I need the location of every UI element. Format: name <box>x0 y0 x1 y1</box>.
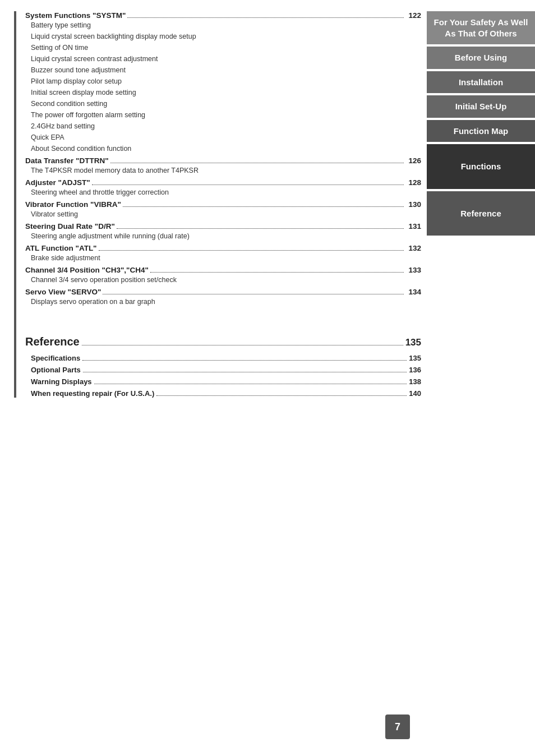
toc-section-1: System Functions "SYSTM" 122 Battery typ… <box>25 11 421 154</box>
ref-sub-dots-warning-displays <box>94 384 407 384</box>
toc-title-steering-dual-rate: Steering Dual Rate "D/R" <box>25 222 115 231</box>
toc-title-adjuster: Adjuster "ADJST" <box>25 178 90 187</box>
toc-entry-adjuster: Adjuster "ADJST" 128 <box>25 178 421 187</box>
ref-sub-title-requesting-repair: When requesting repair (For U.S.A.) <box>31 389 154 398</box>
toc-page-system-functions: 122 <box>408 11 421 20</box>
toc-entry-data-transfer: Data Transfer "DTTRN" 126 <box>25 156 421 165</box>
toc-title-data-transfer: Data Transfer "DTTRN" <box>25 156 109 165</box>
sub-item: About Second condition function <box>25 143 421 154</box>
ref-sub-dots-optional-parts <box>83 372 407 372</box>
sub-item: Battery type setting <box>25 20 421 31</box>
sidebar-tab-before-using[interactable]: Before Using <box>427 47 535 69</box>
ref-sub-title-specifications: Specifications <box>31 354 80 362</box>
reference-main-entry: Reference 135 <box>25 335 421 348</box>
sub-items-servo-view: Displays servo operation on a bar graph <box>25 296 421 307</box>
reference-section: Reference 135 Specifications 135 Optiona… <box>25 335 421 398</box>
sidebar-tab-for-your-safety[interactable]: For Your Safety As Well As That Of Other… <box>427 11 535 44</box>
sub-items-system-functions: Battery type setting Liquid crystal scre… <box>25 20 421 154</box>
reference-dots <box>82 345 403 345</box>
sub-item: Steering wheel and throttle trigger corr… <box>25 187 421 198</box>
toc-page-channel34: 133 <box>408 266 421 274</box>
sub-items-steering-dual-rate: Steering angle adjustment while running … <box>25 231 421 242</box>
sub-item: Pilot lamp display color setup <box>25 76 421 87</box>
sub-items-data-transfer: The T4PKSR model memory data to another … <box>25 165 421 176</box>
sub-item: Steering angle adjustment while running … <box>25 231 421 242</box>
sub-item: Vibrator setting <box>25 209 421 220</box>
sub-item: Buzzer sound tone adjustment <box>25 64 421 76</box>
toc-section-5: Steering Dual Rate "D/R" 131 Steering an… <box>25 222 421 242</box>
toc-section-7: Channel 3/4 Position "CH3","CH4" 133 Cha… <box>25 266 421 285</box>
ref-sub-dots-requesting-repair <box>156 395 407 396</box>
sub-items-adjuster: Steering wheel and throttle trigger corr… <box>25 187 421 198</box>
sub-item: Setting of ON time <box>25 42 421 53</box>
sidebar-tab-label-reference: Reference <box>460 208 501 219</box>
toc-section-6: ATL Function "ATL" 132 Brake side adjust… <box>25 244 421 264</box>
sub-item: Quick EPA <box>25 132 421 143</box>
ref-sub-entries: Specifications 135 Optional Parts 136 Wa… <box>25 354 421 398</box>
page-number-badge: 7 <box>385 714 410 739</box>
toc-entry-servo-view: Servo View "SERVO" 134 <box>25 288 421 296</box>
reference-page: 135 <box>405 337 421 348</box>
ref-sub-dots-specifications <box>82 360 407 361</box>
sidebar-tab-initial-set-up[interactable]: Initial Set-Up <box>427 95 535 118</box>
sidebar-tab-label-before: Before Using <box>455 52 507 63</box>
sub-item: Displays servo operation on a bar graph <box>25 296 421 307</box>
toc-dots-7 <box>150 272 404 273</box>
toc-dots-6 <box>99 250 404 251</box>
toc-title-system-functions: System Functions "SYSTM" <box>25 11 126 20</box>
ref-sub-page-requesting-repair: 140 <box>409 389 421 398</box>
page-container: System Functions "SYSTM" 122 Battery typ… <box>0 0 535 756</box>
ref-sub-entry-optional-parts: Optional Parts 136 <box>31 366 421 374</box>
sidebar-tab-installation[interactable]: Installation <box>427 71 535 94</box>
toc-section-2: Data Transfer "DTTRN" 126 The T4PKSR mod… <box>25 156 421 176</box>
toc-entry-steering-dual-rate: Steering Dual Rate "D/R" 131 <box>25 222 421 231</box>
sub-item: Second condition setting <box>25 98 421 109</box>
sidebar-tab-functions[interactable]: Functions <box>427 144 535 189</box>
ref-sub-entry-requesting-repair: When requesting repair (For U.S.A.) 140 <box>31 389 421 398</box>
sub-items-atl: Brake side adjustment <box>25 252 421 264</box>
sidebar-tab-label-installation: Installation <box>459 77 503 88</box>
ref-sub-entry-specifications: Specifications 135 <box>31 354 421 362</box>
toc-dots-8 <box>103 294 404 294</box>
sidebar-tab-label-safety: For Your Safety As Well As That Of Other… <box>431 17 531 39</box>
sub-items-vibrator: Vibrator setting <box>25 209 421 220</box>
toc-entry-atl: ATL Function "ATL" 132 <box>25 244 421 252</box>
toc-entry-vibrator: Vibrator Function "VIBRA" 130 <box>25 200 421 209</box>
toc-page-vibrator: 130 <box>408 200 421 209</box>
ref-sub-title-optional-parts: Optional Parts <box>31 366 81 374</box>
ref-sub-page-optional-parts: 136 <box>409 366 421 374</box>
toc-title-channel34: Channel 3/4 Position "CH3","CH4" <box>25 266 149 274</box>
toc-page-adjuster: 128 <box>408 178 421 187</box>
toc-title-servo-view: Servo View "SERVO" <box>25 288 101 296</box>
sub-item: Brake side adjustment <box>25 252 421 264</box>
toc-section-8: Servo View "SERVO" 134 Displays servo op… <box>25 288 421 307</box>
sub-item: Channel 3/4 servo operation position set… <box>25 274 421 285</box>
toc-dots-1 <box>127 17 404 18</box>
toc-section-3: Adjuster "ADJST" 128 Steering wheel and … <box>25 178 421 198</box>
sidebar-tab-label-functions: Functions <box>461 161 501 172</box>
toc-title-atl: ATL Function "ATL" <box>25 244 97 252</box>
toc-page-servo-view: 134 <box>408 288 421 296</box>
sidebar-tab-function-map[interactable]: Function Map <box>427 120 535 142</box>
sidebar-tab-label-initial: Initial Set-Up <box>455 101 507 112</box>
toc-page-data-transfer: 126 <box>408 156 421 165</box>
ref-sub-page-specifications: 135 <box>409 354 421 362</box>
ref-sub-entry-warning-displays: Warning Displays 138 <box>31 377 421 386</box>
sub-item: Liquid crystal screen backlighting displ… <box>25 31 421 42</box>
sub-item: The power off forgotten alarm setting <box>25 109 421 121</box>
sub-item: Initial screen display mode setting <box>25 87 421 98</box>
ref-sub-title-warning-displays: Warning Displays <box>31 377 92 386</box>
sidebar: For Your Safety As Well As That Of Other… <box>427 0 535 756</box>
toc-section-4: Vibrator Function "VIBRA" 130 Vibrator s… <box>25 200 421 220</box>
sidebar-tab-reference[interactable]: Reference <box>427 191 535 236</box>
toc-page-atl: 132 <box>408 244 421 252</box>
toc-dots-5 <box>117 228 404 229</box>
toc-entry-channel34: Channel 3/4 Position "CH3","CH4" 133 <box>25 266 421 274</box>
sidebar-tab-label-function-map: Function Map <box>454 126 509 137</box>
ref-sub-page-warning-displays: 138 <box>409 377 421 386</box>
toc-entry-system-functions: System Functions "SYSTM" 122 <box>25 11 421 20</box>
toc-sections: System Functions "SYSTM" 122 Battery typ… <box>25 11 421 307</box>
toc-dots-3 <box>92 185 404 185</box>
sub-item: The T4PKSR model memory data to another … <box>25 165 421 176</box>
toc-dots-2 <box>110 163 404 163</box>
